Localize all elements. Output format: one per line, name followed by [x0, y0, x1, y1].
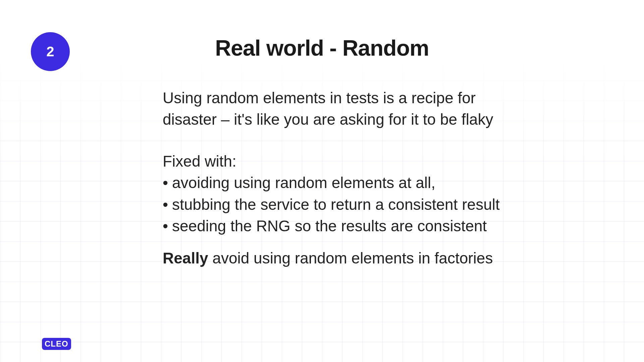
conclusion-paragraph: Really avoid using random elements in fa…: [163, 247, 525, 269]
list-item: seeding the RNG so the results are consi…: [163, 215, 525, 237]
cleo-logo: CLEO: [42, 338, 71, 350]
conclusion-bold: Really: [163, 249, 208, 267]
intro-paragraph: Using random elements in tests is a reci…: [163, 87, 525, 130]
list-item: avoiding using random elements at all,: [163, 172, 525, 193]
slide-title: Real world - Random: [0, 35, 644, 61]
bullet-list: avoiding using random elements at all, s…: [163, 172, 525, 237]
slide-content: Using random elements in tests is a reci…: [163, 87, 525, 269]
fixed-with-label: Fixed with:: [163, 150, 525, 172]
slide-container: 2 Real world - Random Using random eleme…: [0, 0, 644, 362]
list-item: stubbing the service to return a consist…: [163, 194, 525, 215]
conclusion-rest: avoid using random elements in factories: [208, 249, 493, 267]
